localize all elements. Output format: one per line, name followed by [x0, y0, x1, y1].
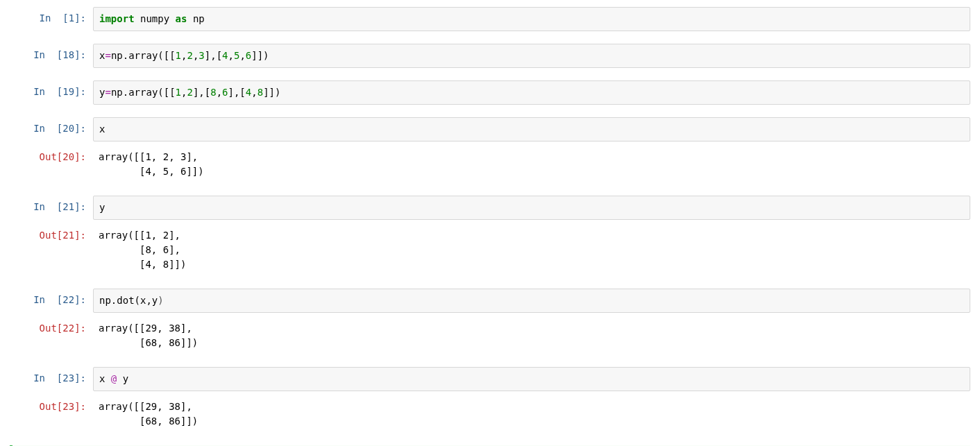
- output-text: array([[29, 38], [68, 86]]): [93, 395, 970, 433]
- input-cell: In [19]:y=np.array([[1,2],[8,6],[4,8]]): [10, 80, 970, 105]
- output-cell: Out[23]:array([[29, 38], [68, 86]]): [10, 395, 970, 433]
- input-cell: In [22]:np.dot(x,y): [10, 289, 970, 313]
- code-input[interactable]: np.dot(x,y): [93, 289, 970, 313]
- input-prompt: In [19]:: [10, 80, 93, 103]
- code-input[interactable]: import numpy as np: [93, 7, 970, 31]
- input-cell: In [1]:import numpy as np: [10, 7, 970, 31]
- output-prompt: Out[22]:: [10, 317, 93, 340]
- input-prompt: In [18]:: [10, 44, 93, 67]
- output-text: array([[1, 2, 3], [4, 5, 6]]): [93, 146, 970, 183]
- input-cell: In [21]:y: [10, 196, 970, 220]
- cell-group: In [18]:x=np.array([[1,2,3],[4,5,6]]): [10, 44, 970, 68]
- input-prompt: In [21]:: [10, 196, 93, 218]
- output-cell: Out[22]:array([[29, 38], [68, 86]]): [10, 317, 970, 354]
- cell-group: In [23]:x @ yOut[23]:array([[29, 38], [6…: [10, 367, 970, 433]
- code-input[interactable]: y=np.array([[1,2],[8,6],[4,8]]): [93, 80, 970, 105]
- input-cell: In [23]:x @ y: [10, 367, 970, 391]
- output-prompt: Out[20]:: [10, 146, 93, 169]
- output-prompt: Out[21]:: [10, 224, 93, 247]
- input-prompt: In [1]:: [10, 7, 93, 30]
- cell-group: In [1]:import numpy as np: [10, 7, 970, 31]
- output-cell: Out[20]:array([[1, 2, 3], [4, 5, 6]]): [10, 146, 970, 183]
- input-prompt: In [20]:: [10, 117, 93, 140]
- cell-group: In [22]:np.dot(x,y)Out[22]:array([[29, 3…: [10, 289, 970, 354]
- cell-group: In [20]:xOut[20]:array([[1, 2, 3], [4, 5…: [10, 117, 970, 183]
- output-prompt: Out[23]:: [10, 395, 93, 418]
- code-input[interactable]: x=np.array([[1,2,3],[4,5,6]]): [93, 44, 970, 68]
- output-text: array([[1, 2], [8, 6], [4, 8]]): [93, 224, 970, 276]
- cell-group: In [19]:y=np.array([[1,2],[8,6],[4,8]]): [10, 80, 970, 105]
- code-input[interactable]: x @ y: [93, 367, 970, 391]
- cell-group: In [21]:yOut[21]:array([[1, 2], [8, 6], …: [10, 196, 970, 276]
- notebook-container: In [1]:import numpy as npIn [18]:x=np.ar…: [10, 7, 970, 433]
- output-cell: Out[21]:array([[1, 2], [8, 6], [4, 8]]): [10, 224, 970, 276]
- input-cell: In [18]:x=np.array([[1,2,3],[4,5,6]]): [10, 44, 970, 68]
- code-input[interactable]: x: [93, 117, 970, 141]
- input-prompt: In [23]:: [10, 367, 93, 390]
- output-text: array([[29, 38], [68, 86]]): [93, 317, 970, 354]
- input-cell: In [20]:x: [10, 117, 970, 141]
- code-input[interactable]: y: [93, 196, 970, 220]
- input-prompt: In [22]:: [10, 289, 93, 311]
